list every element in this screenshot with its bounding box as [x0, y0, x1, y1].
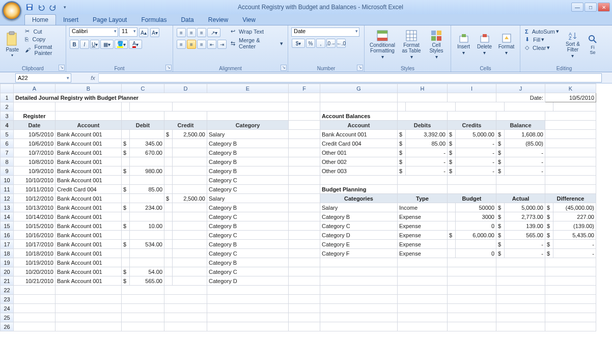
tab-home[interactable]: Home — [24, 14, 56, 25]
cell[interactable] — [130, 130, 164, 139]
fill-button[interactable]: ⬇ Fill▾ — [523, 36, 561, 43]
cell[interactable]: $ — [545, 240, 553, 249]
clipboard-dialog-launcher[interactable]: ↘ — [59, 65, 65, 71]
cell[interactable]: Balance — [496, 121, 545, 130]
cell[interactable]: Bank Account 001 — [55, 139, 122, 148]
format-as-table-button[interactable]: Format as Table▾ — [399, 27, 424, 61]
col-header[interactable]: K — [545, 84, 596, 93]
row-header[interactable]: 8 — [1, 157, 14, 166]
cell[interactable]: Category B — [207, 221, 289, 231]
cell[interactable]: - — [505, 166, 545, 176]
cell[interactable] — [122, 258, 130, 267]
cell[interactable]: - — [406, 148, 448, 157]
align-bottom-button[interactable]: ≡ — [197, 28, 206, 37]
tab-review[interactable]: Review — [201, 15, 235, 25]
cell[interactable] — [448, 249, 456, 258]
row-header[interactable]: 23 — [1, 295, 14, 304]
cell[interactable]: $ — [122, 221, 130, 231]
format-painter-button[interactable]: 🖌 Format Painter — [23, 43, 63, 57]
col-header[interactable]: C — [122, 84, 164, 93]
budget-section[interactable]: Budget Planning — [320, 185, 398, 194]
row-header[interactable]: 2 — [1, 102, 14, 111]
cell[interactable]: Debits — [398, 121, 448, 130]
merge-center-button[interactable]: ⇆ Merge & Center ▾ — [229, 37, 285, 50]
cell[interactable] — [173, 221, 207, 231]
cell[interactable]: Expense — [398, 249, 448, 258]
cell[interactable]: $ — [496, 157, 505, 166]
cell[interactable]: Other 001 — [320, 148, 398, 157]
autosum-button[interactable]: Σ AutoSum▾ — [523, 27, 561, 35]
cell[interactable]: (139.00) — [553, 221, 596, 231]
row-header[interactable]: 17 — [1, 240, 14, 249]
cell[interactable]: - — [505, 148, 545, 157]
cell[interactable] — [164, 221, 173, 231]
cell[interactable]: (85.00) — [505, 139, 545, 148]
cell[interactable]: Bank Account 001 — [55, 212, 122, 221]
copy-button[interactable]: ⎘ Copy — [23, 36, 63, 43]
cell[interactable]: $ — [496, 221, 505, 231]
row-header[interactable]: 12 — [1, 194, 14, 203]
font-name-select[interactable]: Calibri — [69, 27, 118, 37]
cell[interactable]: Bank Account 001 — [55, 249, 122, 258]
shrink-font-button[interactable]: A▾ — [150, 28, 159, 37]
cell[interactable] — [448, 203, 456, 212]
cell[interactable]: $ — [496, 212, 505, 221]
cell[interactable]: 10/20/2010 — [14, 267, 55, 276]
cell[interactable] — [164, 231, 173, 240]
cell[interactable] — [164, 139, 173, 148]
cell[interactable]: $ — [545, 212, 553, 221]
cell[interactable] — [173, 176, 207, 185]
cell[interactable]: Category E — [320, 240, 398, 249]
cell[interactable]: 10.00 — [130, 221, 164, 231]
cell[interactable] — [448, 240, 456, 249]
col-header[interactable]: H — [398, 84, 448, 93]
cell[interactable]: $ — [448, 157, 456, 166]
cell[interactable] — [164, 185, 173, 194]
cell[interactable] — [320, 276, 398, 286]
cell[interactable]: $ — [448, 231, 456, 240]
row-header[interactable]: 26 — [1, 322, 14, 331]
cell[interactable]: Category B — [207, 139, 289, 148]
cell[interactable]: Bank Account 001 — [55, 203, 122, 212]
cell[interactable]: 345.00 — [130, 139, 164, 148]
date-label[interactable]: Date: — [496, 93, 545, 102]
cell[interactable]: 3,392.00 — [406, 130, 448, 139]
cell[interactable]: Debit — [122, 121, 164, 130]
cell[interactable] — [173, 185, 207, 194]
cell[interactable]: $ — [496, 166, 505, 176]
tab-view[interactable]: View — [235, 15, 263, 25]
cell[interactable]: $ — [122, 203, 130, 212]
row-header[interactable]: 11 — [1, 185, 14, 194]
cell[interactable]: $ — [122, 267, 130, 276]
cell[interactable]: - — [456, 148, 496, 157]
cell[interactable]: 10/19/2010 — [14, 258, 55, 267]
col-header[interactable]: A — [14, 84, 55, 93]
cell[interactable]: 10/6/2010 — [14, 139, 55, 148]
col-header[interactable]: I — [448, 84, 496, 93]
cell[interactable]: $ — [448, 148, 456, 157]
increase-decimal-button[interactable]: .0→ — [326, 39, 336, 48]
cell[interactable]: - — [505, 157, 545, 166]
bold-button[interactable]: B — [70, 40, 79, 49]
cell[interactable] — [398, 185, 448, 194]
cell[interactable]: 6,000.00 — [456, 231, 496, 240]
align-center-button[interactable]: ≡ — [187, 40, 196, 49]
cell[interactable] — [164, 166, 173, 176]
cell[interactable]: Category B — [207, 157, 289, 166]
cell[interactable]: 10/16/2010 — [14, 231, 55, 240]
row-header[interactable]: 13 — [1, 203, 14, 212]
cell[interactable] — [164, 276, 173, 286]
cell[interactable] — [122, 212, 130, 221]
row-header[interactable]: 21 — [1, 276, 14, 286]
cell[interactable]: Credit — [164, 121, 207, 130]
cell[interactable]: 10/10/2010 — [14, 176, 55, 185]
cell[interactable]: Bank Account 001 — [55, 148, 122, 157]
tab-formulas[interactable]: Formulas — [134, 15, 174, 25]
number-dialog-launcher[interactable]: ↘ — [357, 65, 363, 71]
cell[interactable] — [173, 249, 207, 258]
col-header[interactable]: E — [207, 84, 289, 93]
cell[interactable]: 10/9/2010 — [14, 166, 55, 176]
paste-button[interactable]: Paste▾ — [3, 27, 21, 61]
cell[interactable]: $ — [496, 240, 505, 249]
row-header[interactable]: 4 — [1, 121, 14, 130]
